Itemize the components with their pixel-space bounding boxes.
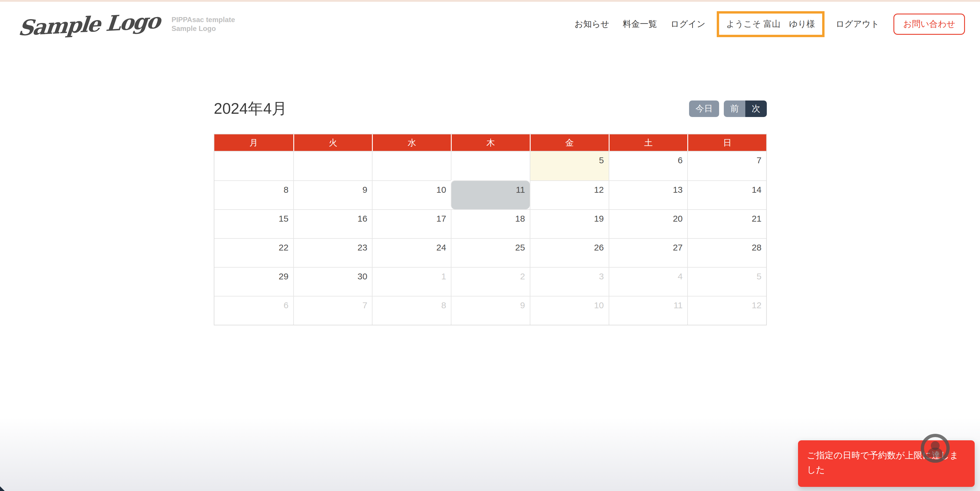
day-number: 11: [516, 185, 525, 194]
day-number: 21: [752, 214, 762, 223]
calendar-day-cell[interactable]: 25: [451, 238, 530, 267]
weekday-header-row: 月火水木金土日: [214, 134, 767, 151]
calendar-day-cell[interactable]: 5: [530, 151, 609, 180]
weekday-header: 木: [451, 134, 530, 151]
day-number: 30: [358, 271, 367, 281]
prev-month-button[interactable]: 前: [724, 100, 745, 117]
day-number: 17: [436, 214, 446, 223]
calendar-day-cell[interactable]: 17: [372, 209, 451, 238]
day-number: 7: [363, 300, 368, 310]
day-number: 10: [594, 300, 604, 310]
day-number: 5: [757, 271, 762, 281]
main-nav: お知らせ 料金一覧 ログイン ようこそ 富山 ゆり様 ログアウト お問い合わせ: [561, 11, 965, 37]
calendar-day-cell[interactable]: 9: [451, 296, 530, 325]
nav-item-logout[interactable]: ログアウト: [836, 18, 879, 30]
nav-item-pricing[interactable]: 料金一覧: [623, 18, 657, 30]
day-number: 18: [515, 214, 525, 223]
next-month-button[interactable]: 次: [745, 100, 767, 117]
day-number: 6: [678, 155, 683, 165]
calendar-day-cell[interactable]: 24: [372, 238, 451, 267]
day-number: 15: [278, 214, 288, 223]
calendar-day-cell[interactable]: 18: [451, 209, 530, 238]
calendar-day-cell[interactable]: 3: [530, 267, 609, 296]
account-icon-shoulders: [927, 448, 943, 457]
weekday-header: 金: [530, 134, 609, 151]
logo[interactable]: Sample Logo PIPPAsac template Sample Log…: [19, 12, 235, 37]
calendar-month-title: 2024年4月: [214, 99, 287, 119]
day-number: 23: [358, 242, 367, 252]
calendar-day-cell[interactable]: 1: [372, 267, 451, 296]
calendar-day-cell[interactable]: 27: [609, 238, 687, 267]
calendar-day-cell[interactable]: 21: [687, 209, 766, 238]
welcome-user-highlight[interactable]: ようこそ 富山 ゆり様: [717, 11, 824, 37]
day-number: 29: [278, 271, 288, 281]
weekday-header: 土: [609, 134, 687, 151]
calendar-day-cell[interactable]: 7: [293, 296, 372, 325]
calendar-day-cell[interactable]: [451, 151, 530, 180]
calendar-grid: 月火水木金土日 56789101112131415161718192021222…: [214, 134, 767, 325]
calendar-day-cell[interactable]: 16: [293, 209, 372, 238]
calendar-day-cell[interactable]: 29: [215, 267, 293, 296]
calendar-day-cell[interactable]: 2: [451, 267, 530, 296]
day-number: 9: [520, 300, 525, 310]
calendar-day-cell[interactable]: 12: [687, 296, 766, 325]
calendar-day-cell[interactable]: 10: [372, 180, 451, 209]
calendar-day-cell[interactable]: 4: [609, 267, 687, 296]
day-number: 3: [599, 271, 604, 281]
account-icon[interactable]: [921, 434, 950, 463]
calendar-day-cell[interactable]: 6: [215, 296, 293, 325]
calendar-day-cell[interactable]: 15: [215, 209, 293, 238]
calendar-day-cell[interactable]: 26: [530, 238, 609, 267]
weekday-header: 火: [293, 134, 372, 151]
calendar-day-cell[interactable]: 8: [215, 180, 293, 209]
calendar-day-cell[interactable]: [215, 151, 293, 180]
calendar-area: 2024年4月 今日 前 次 月火水木金土日 56789101112131415…: [214, 100, 767, 325]
day-number: 24: [436, 242, 446, 252]
day-number: 27: [673, 242, 682, 252]
day-number: 10: [436, 185, 446, 194]
day-number: 6: [283, 300, 289, 310]
day-number: 26: [594, 242, 604, 252]
calendar-day-cell[interactable]: 13: [609, 180, 687, 209]
calendar-day-cell[interactable]: [372, 151, 451, 180]
logo-tagline: PIPPAsac template Sample Logo: [171, 15, 235, 33]
calendar-day-cell[interactable]: 19: [530, 209, 609, 238]
corner-mark: [0, 486, 5, 491]
calendar-day-cell[interactable]: 23: [293, 238, 372, 267]
calendar-body: 5678910111213141516171819202122232425262…: [214, 151, 767, 325]
day-number: 1: [441, 271, 446, 281]
contact-button[interactable]: お問い合わせ: [893, 14, 965, 35]
calendar-day-cell[interactable]: 20: [609, 209, 687, 238]
calendar-day-cell[interactable]: 28: [687, 238, 766, 267]
calendar-day-cell[interactable]: 5: [687, 267, 766, 296]
nav-item-login[interactable]: ログイン: [670, 18, 706, 30]
day-number: 4: [678, 271, 683, 281]
calendar-day-cell[interactable]: 8: [372, 296, 451, 325]
calendar-day-cell[interactable]: 14: [687, 180, 766, 209]
calendar-day-cell[interactable]: 11: [609, 296, 687, 325]
day-number: 7: [757, 155, 762, 165]
day-number: 19: [594, 214, 604, 223]
day-number: 20: [673, 214, 682, 223]
today-button[interactable]: 今日: [689, 100, 719, 117]
day-number: 25: [515, 242, 525, 252]
weekday-header: 日: [687, 134, 766, 151]
calendar-day-cell[interactable]: [293, 151, 372, 180]
day-number: 13: [673, 185, 682, 194]
day-number: 9: [363, 185, 368, 194]
calendar-day-cell[interactable]: 10: [530, 296, 609, 325]
calendar-day-cell[interactable]: 6: [609, 151, 687, 180]
day-number: 11: [673, 300, 682, 310]
calendar-day-cell[interactable]: 12: [530, 180, 609, 209]
calendar-day-cell[interactable]: 11: [451, 180, 530, 209]
day-number: 16: [358, 214, 367, 223]
day-number: 2: [520, 271, 525, 281]
logo-script-text: Sample Logo: [18, 8, 161, 40]
calendar-day-cell[interactable]: 22: [215, 238, 293, 267]
calendar-day-cell[interactable]: 9: [293, 180, 372, 209]
calendar-day-cell[interactable]: 7: [687, 151, 766, 180]
day-number: 8: [283, 185, 289, 194]
weekday-header: 月: [215, 134, 293, 151]
calendar-day-cell[interactable]: 30: [293, 267, 372, 296]
nav-item-notice[interactable]: お知らせ: [574, 18, 609, 30]
